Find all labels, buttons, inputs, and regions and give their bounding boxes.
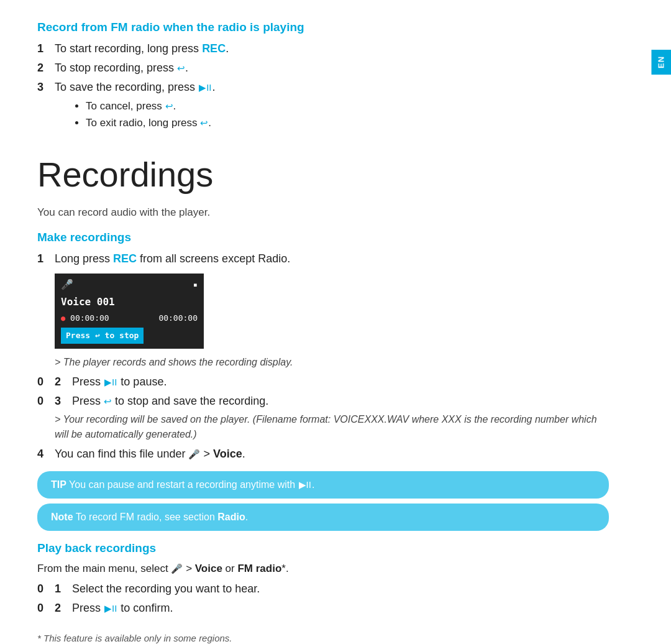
fm-step-2-text-before: To stop recording, press — [55, 62, 177, 74]
fm-step-1-highlight: REC — [202, 42, 226, 55]
make-step-4-row: 4 You can find this file under 🎤 > Voice… — [37, 446, 609, 462]
step-4-content: You can find this file under 🎤 > Voice. — [55, 446, 245, 462]
note-radio-label: Radio — [217, 512, 245, 522]
recording-battery-icon: ▪ — [193, 279, 198, 290]
playback-intro-or: or — [222, 563, 238, 574]
make-step-2-before: Press — [72, 375, 104, 388]
make-step-3: 3 Press ↩ to stop and save the recording… — [37, 393, 609, 410]
back-icon-1: ↩ — [177, 62, 185, 76]
make-step-1-after: from all screens except Radio. — [137, 252, 290, 265]
fm-step-1-text-after: . — [226, 42, 229, 55]
make-recordings-steps: Long press REC from all screens except R… — [37, 251, 609, 267]
make-step-1-highlight: REC — [113, 252, 137, 265]
make-step-2-after: to pause. — [117, 375, 167, 388]
press-stop-label: Press ↩ to stop — [61, 328, 144, 344]
play-pause-icon-1: ▶II — [199, 81, 211, 95]
playback-step-2-before: Press — [72, 602, 104, 614]
playback-intro: From the main menu, select 🎤 > Voice or … — [37, 561, 609, 577]
playback-intro-middle: > — [183, 563, 194, 574]
language-tab: EN — [652, 50, 672, 75]
playback-heading: Play back recordings — [37, 540, 609, 558]
fm-step-2-text-after: . — [185, 62, 188, 74]
play-pause-icon-2: ▶II — [104, 375, 117, 390]
recording-time-left: ● 00:00:00 — [61, 312, 109, 324]
recording-display-box: 🎤 ▪ Voice 001 ● 00:00:00 00:00:00 Press … — [55, 274, 204, 349]
playback-intro-before: From the main menu, select — [37, 563, 171, 574]
tip-text-before: You can pause and restart a recording an… — [66, 479, 298, 490]
fm-step-3-text-before: To save the recording, press — [55, 81, 198, 93]
tip-label: TIP — [51, 479, 66, 490]
playback-step-1: 1 Select the recording you want to hear. — [37, 581, 609, 597]
fm-step-3: To save the recording, press ▶II. To can… — [37, 79, 609, 134]
mic-icon-1: 🎤 — [188, 448, 200, 462]
save-note: > Your recording will be saved on the pl… — [55, 412, 609, 442]
page-subtitle: You can record audio with the player. — [37, 205, 609, 221]
fm-step-3-bullets: To cancel, press ↩. To exit radio, long … — [86, 98, 609, 131]
playback-step-1-content: Select the recording you want to hear. — [72, 581, 609, 597]
playback-intro-after: . — [286, 563, 289, 574]
play-pause-icon-3: ▶II — [299, 478, 311, 492]
fm-step-1-text-before: To start recording, long press — [55, 42, 202, 55]
playback-step-2: 2 Press ▶II to confirm. — [37, 600, 609, 617]
make-step-3-after: to stop and save the recording. — [112, 395, 268, 407]
playback-asterisk: * — [281, 563, 286, 574]
step-4-voice-label: Voice — [213, 448, 242, 460]
make-step-1: Long press REC from all screens except R… — [37, 251, 609, 267]
tip-box: TIP You can pause and restart a recordin… — [37, 471, 609, 499]
recording-times-row: ● 00:00:00 00:00:00 — [61, 312, 198, 324]
player-note: > The player records and shows the recor… — [55, 355, 609, 370]
step-4-number: 4 — [37, 446, 55, 462]
make-recordings-steps-2-3: 2 Press ▶II to pause. 3 Press ↩ to stop … — [37, 374, 609, 410]
playback-step-2-content: Press ▶II to confirm. — [72, 600, 609, 617]
fm-section-heading: Record from FM radio when the radio is p… — [37, 19, 609, 37]
recording-voice-label: Voice 001 — [61, 295, 198, 310]
fm-radio-section: Record from FM radio when the radio is p… — [37, 19, 609, 134]
fm-step-3-text-after: . — [212, 81, 215, 93]
fm-step-2: To stop recording, press ↩. — [37, 60, 609, 76]
fm-step-1: To start recording, long press REC. — [37, 40, 609, 57]
note-box: Note To record FM radio, see section Rad… — [37, 504, 609, 531]
footer-note: * This feature is available only in some… — [37, 632, 609, 644]
recording-time-right: 00:00:00 — [158, 312, 198, 324]
play-pause-icon-4: ▶II — [104, 602, 117, 616]
playback-steps-list: 1 Select the recording you want to hear.… — [37, 581, 609, 617]
playback-fm-label: FM radio — [237, 563, 281, 574]
back-icon-3: ↩ — [200, 116, 208, 131]
back-icon-4: ↩ — [104, 395, 112, 409]
fm-bullet-2: To exit radio, long press ↩. — [86, 115, 609, 131]
mic-icon-2: 🎤 — [171, 562, 183, 576]
fm-steps-list: To start recording, long press REC. To s… — [37, 40, 609, 134]
recording-press-stop: Press ↩ to stop — [61, 328, 198, 344]
make-step-1-before: Long press — [55, 252, 113, 265]
fm-bullet-1: To cancel, press ↩. — [86, 98, 609, 114]
playback-step-2-after: to confirm. — [117, 602, 173, 614]
make-step-2: 2 Press ▶II to pause. — [37, 374, 609, 390]
tip-text-after: . — [312, 479, 314, 490]
make-recordings-heading: Make recordings — [37, 229, 609, 247]
rec-dot: ● — [61, 314, 65, 323]
playback-section: Play back recordings From the main menu,… — [37, 540, 609, 617]
note-label: Note — [51, 512, 73, 522]
note-text-before: To record FM radio, see section — [73, 512, 218, 522]
back-icon-2: ↩ — [165, 99, 173, 114]
make-step-3-before: Press — [72, 395, 104, 407]
playback-voice-label: Voice — [195, 563, 222, 574]
recording-mic-icon: 🎤 — [61, 277, 73, 292]
make-recordings-section: Make recordings Long press REC from all … — [37, 229, 609, 531]
note-text-after: . — [245, 512, 248, 522]
page-title: Recordings — [37, 149, 609, 201]
